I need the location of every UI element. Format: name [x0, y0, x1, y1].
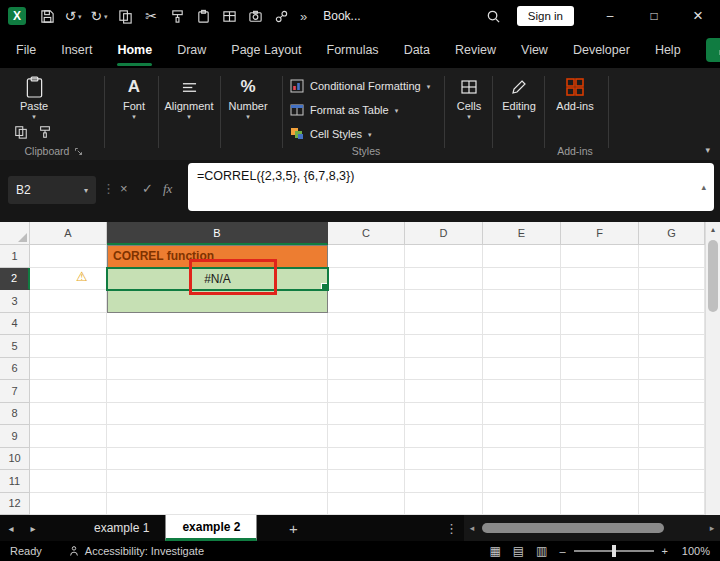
maximize-button[interactable]: □: [632, 0, 676, 32]
format-as-table-button[interactable]: Format as Table ▾: [290, 100, 398, 120]
cell-D9[interactable]: [405, 425, 483, 448]
excel-logo-icon[interactable]: X: [8, 7, 26, 25]
cell-C10[interactable]: [328, 448, 405, 471]
cell-F7[interactable]: [561, 380, 639, 403]
new-sheet-button[interactable]: +: [283, 520, 303, 537]
paste-button[interactable]: Paste ▾: [10, 74, 58, 124]
cell-G6[interactable]: [639, 358, 705, 381]
tab-home[interactable]: Home: [117, 43, 152, 57]
cell-B5[interactable]: [107, 335, 328, 358]
row-header-11[interactable]: 11: [0, 470, 30, 493]
cell-E7[interactable]: [483, 380, 561, 403]
column-header-F[interactable]: F: [561, 222, 639, 245]
cell-B8[interactable]: [107, 403, 328, 426]
horizontal-scroll-thumb[interactable]: [482, 523, 664, 533]
cell-A3[interactable]: [30, 290, 107, 313]
share-button[interactable]: Share: [706, 38, 720, 62]
cell-F9[interactable]: [561, 425, 639, 448]
cell-C11[interactable]: [328, 470, 405, 493]
zoom-slider-thumb[interactable]: [612, 545, 616, 557]
cell-G4[interactable]: [639, 313, 705, 336]
cell-A7[interactable]: [30, 380, 107, 403]
cell-D11[interactable]: [405, 470, 483, 493]
cell-D4[interactable]: [405, 313, 483, 336]
cell-F12[interactable]: [561, 493, 639, 516]
cell-E12[interactable]: [483, 493, 561, 516]
row-header-6[interactable]: 6: [0, 358, 30, 381]
cell-D6[interactable]: [405, 358, 483, 381]
cell-G11[interactable]: [639, 470, 705, 493]
undo-button[interactable]: ↺ ▾: [60, 0, 86, 32]
copy-icon[interactable]: [14, 125, 28, 139]
tab-scroll-right-icon[interactable]: ▸: [22, 523, 44, 534]
cell-E9[interactable]: [483, 425, 561, 448]
cell-B10[interactable]: [107, 448, 328, 471]
cell-F8[interactable]: [561, 403, 639, 426]
cell-G9[interactable]: [639, 425, 705, 448]
cell-C4[interactable]: [328, 313, 405, 336]
search-button[interactable]: [479, 0, 509, 32]
column-header-E[interactable]: E: [483, 222, 561, 245]
tab-insert[interactable]: Insert: [61, 43, 92, 57]
cell-F5[interactable]: [561, 335, 639, 358]
link-button[interactable]: [268, 0, 294, 32]
view-page-break-icon[interactable]: ▥: [536, 545, 547, 557]
sheet-options-icon[interactable]: ⋮: [445, 521, 458, 536]
view-normal-icon[interactable]: ▦: [489, 545, 500, 557]
row-header-10[interactable]: 10: [0, 448, 30, 471]
cell-C8[interactable]: [328, 403, 405, 426]
editing-button[interactable]: Editing ▾: [496, 74, 542, 124]
cell-D7[interactable]: [405, 380, 483, 403]
minimize-button[interactable]: –: [588, 0, 632, 32]
cell-G3[interactable]: [639, 290, 705, 313]
cell-E3[interactable]: [483, 290, 561, 313]
cell-B7[interactable]: [107, 380, 328, 403]
cell-A10[interactable]: [30, 448, 107, 471]
cell-A2[interactable]: [30, 268, 107, 291]
cell-G10[interactable]: [639, 448, 705, 471]
cell-C5[interactable]: [328, 335, 405, 358]
cell-C12[interactable]: [328, 493, 405, 516]
cell-A9[interactable]: [30, 425, 107, 448]
row-header-2[interactable]: 2: [0, 268, 30, 291]
cell-D1[interactable]: [405, 245, 483, 268]
cell-C7[interactable]: [328, 380, 405, 403]
cell-B4[interactable]: [107, 313, 328, 336]
cell-F6[interactable]: [561, 358, 639, 381]
cell-G12[interactable]: [639, 493, 705, 516]
sign-in-button[interactable]: Sign in: [517, 6, 574, 26]
horizontal-scrollbar[interactable]: ◂ ▸: [464, 515, 720, 541]
cell-D12[interactable]: [405, 493, 483, 516]
cell-D10[interactable]: [405, 448, 483, 471]
cell-E4[interactable]: [483, 313, 561, 336]
cell-E6[interactable]: [483, 358, 561, 381]
close-button[interactable]: ×: [676, 0, 720, 32]
row-header-7[interactable]: 7: [0, 380, 30, 403]
insert-function-icon[interactable]: fx: [163, 182, 172, 195]
zoom-out-icon[interactable]: –: [559, 545, 565, 557]
cell-F3[interactable]: [561, 290, 639, 313]
cell-styles-button[interactable]: Cell Styles ▾: [290, 124, 371, 144]
scroll-right-icon[interactable]: ▸: [704, 523, 720, 533]
row-header-4[interactable]: 4: [0, 313, 30, 336]
addins-button[interactable]: Add-ins: [548, 74, 602, 124]
cut-button[interactable]: ✂: [138, 0, 164, 32]
collapse-formula-bar-icon[interactable]: ▴: [701, 182, 706, 192]
tab-help[interactable]: Help: [655, 43, 681, 57]
cell-B6[interactable]: [107, 358, 328, 381]
vertical-scroll-thumb[interactable]: [708, 240, 718, 312]
conditional-formatting-button[interactable]: Conditional Formatting ▾: [290, 76, 430, 96]
cancel-icon[interactable]: ×: [120, 182, 128, 195]
cell-D3[interactable]: [405, 290, 483, 313]
cell-A11[interactable]: [30, 470, 107, 493]
cell-E5[interactable]: [483, 335, 561, 358]
cell-F11[interactable]: [561, 470, 639, 493]
scroll-left-icon[interactable]: ◂: [464, 523, 480, 533]
qat-overflow-icon[interactable]: »: [300, 9, 307, 24]
cell-B11[interactable]: [107, 470, 328, 493]
tab-draw[interactable]: Draw: [177, 43, 206, 57]
cell-C3[interactable]: [328, 290, 405, 313]
column-header-G[interactable]: G: [639, 222, 705, 245]
redo-button[interactable]: ↻ ▾: [86, 0, 112, 32]
cell-F4[interactable]: [561, 313, 639, 336]
